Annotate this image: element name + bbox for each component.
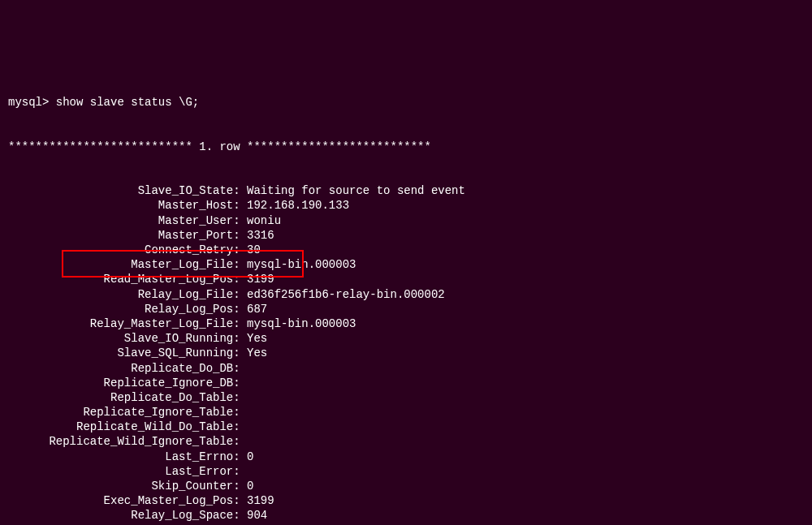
status-row: Slave_IO_State: Waiting for source to se… bbox=[8, 183, 804, 198]
status-row: Last_Errno: 0 bbox=[8, 450, 804, 464]
status-fields: Slave_IO_State: Waiting for source to se… bbox=[8, 183, 804, 525]
status-row: Master_Host: 192.168.190.133 bbox=[8, 198, 804, 213]
status-row: Slave_SQL_Running: Yes bbox=[8, 346, 804, 360]
mysql-prompt-line: mysql> show slave status \G; bbox=[8, 95, 804, 110]
status-row: Replicate_Do_Table: bbox=[8, 390, 804, 405]
status-row: Replicate_Wild_Ignore_Table: bbox=[8, 434, 804, 449]
status-row: Relay_Log_Pos: 687 bbox=[8, 302, 804, 316]
row-separator: *************************** 1. row *****… bbox=[8, 140, 804, 154]
status-row: Relay_Log_File: ed36f256f1b6-relay-bin.0… bbox=[8, 287, 804, 302]
status-row: Replicate_Do_DB: bbox=[8, 361, 804, 376]
status-row: Replicate_Ignore_Table: bbox=[8, 405, 804, 420]
status-row: Master_User: woniu bbox=[8, 213, 804, 228]
status-row: Read_Master_Log_Pos: 3199 bbox=[8, 272, 804, 286]
status-row: Relay_Master_Log_File: mysql-bin.000003 bbox=[8, 316, 804, 331]
status-row: Master_Port: 3316 bbox=[8, 228, 804, 243]
status-row: Skip_Counter: 0 bbox=[8, 479, 804, 493]
status-row: Master_Log_File: mysql-bin.000003 bbox=[8, 257, 804, 272]
status-row: Last_Error: bbox=[8, 464, 804, 479]
status-row: Connect_Retry: 30 bbox=[8, 243, 804, 257]
status-row: Slave_IO_Running: Yes bbox=[8, 331, 804, 346]
status-row: Exec_Master_Log_Pos: 3199 bbox=[8, 493, 804, 508]
terminal-output[interactable]: mysql> show slave status \G; ***********… bbox=[8, 66, 804, 525]
status-row: Replicate_Wild_Do_Table: bbox=[8, 420, 804, 434]
status-row: Replicate_Ignore_DB: bbox=[8, 376, 804, 390]
status-row: Relay_Log_Space: 904 bbox=[8, 508, 804, 523]
